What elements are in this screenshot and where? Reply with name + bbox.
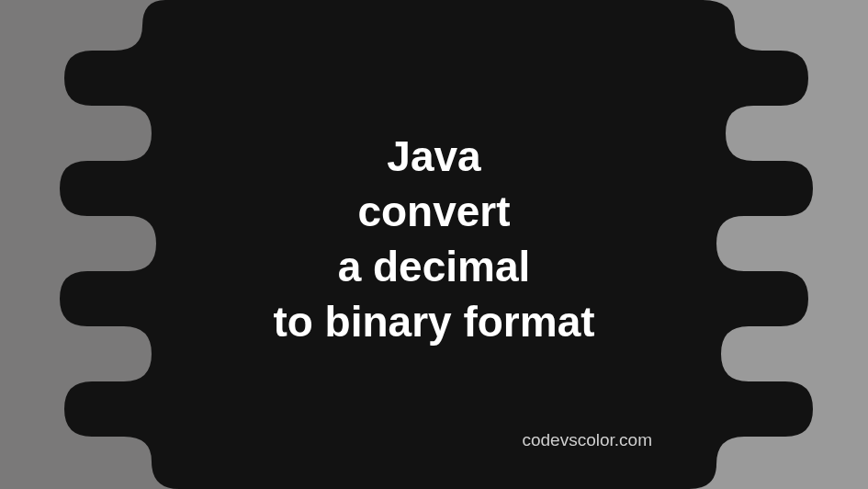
- content-area: Java convert a decimal to binary format: [0, 0, 868, 489]
- watermark-text: codevscolor.com: [522, 430, 652, 450]
- title-line-3: a decimal: [273, 240, 594, 295]
- main-title: Java convert a decimal to binary format: [273, 130, 594, 349]
- title-line-2: convert: [273, 185, 594, 240]
- title-line-1: Java: [273, 130, 594, 185]
- title-line-4: to binary format: [273, 295, 594, 350]
